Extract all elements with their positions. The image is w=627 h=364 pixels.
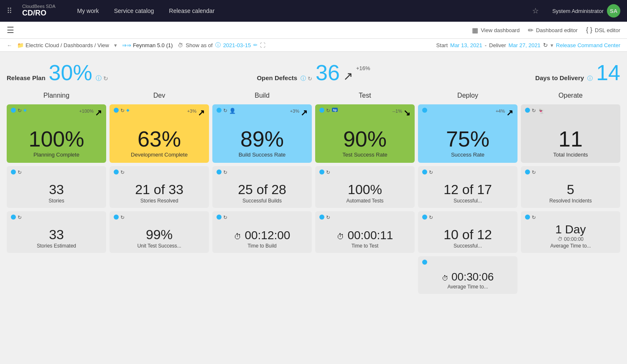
nav-service-catalog[interactable]: Service catalog (111, 8, 158, 14)
stat-cards-row2: ↻ 33 Stories ↻ 21 of 33 Stories Resolved… (7, 166, 620, 208)
stat-sub: ⏱ 00:00:00 (526, 236, 615, 242)
release-plan-icons: ⓘ ↻ (96, 75, 108, 82)
stat-operate-avg-time[interactable]: ↻ 1 Day ⏱ 00:00:00 Average Time to... (521, 211, 620, 253)
open-defects-value: 36 (316, 62, 340, 83)
dev-value: 63% (115, 128, 204, 150)
stat-planning-estimated[interactable]: ↻ 33 Stories Estimated (7, 211, 106, 253)
metric-card-build[interactable]: ↻ 👤 +3% 89% Build Success Rate (212, 104, 312, 163)
metric-card-dev[interactable]: ↻ ◆ +3% 63% Development Complete (110, 104, 209, 163)
card-icons: ↻ (217, 169, 227, 175)
info-dot-icon (217, 169, 222, 174)
deliver-date: Mar 27, 2021 (508, 42, 540, 48)
stat-value: 99% (115, 228, 204, 242)
folder-icon: 📁 (17, 42, 24, 48)
card-icons-test: ↻ hp (319, 108, 338, 114)
card-icons-build: ↻ 👤 (217, 108, 236, 114)
metric-card-planning[interactable]: ↻ ◆ +100% 100% Planning Complete (7, 104, 106, 163)
view-dashboard-button[interactable]: ▦ View dashboard (472, 26, 520, 34)
nav-my-work[interactable]: My work (74, 8, 102, 14)
dashboard-editor-button[interactable]: ✏ Dashboard editor (528, 26, 578, 34)
user-name: System Administrator (552, 8, 604, 14)
stat-planning-stories[interactable]: ↻ 33 Stories (7, 166, 106, 208)
edit-icon[interactable]: ✏ (253, 42, 257, 48)
refresh-icon[interactable]: ↻ (308, 76, 312, 82)
stat-build-time[interactable]: ↻ ⏱ 00:12:00 Time to Build (212, 211, 312, 253)
grid-icon[interactable]: ⠿ (7, 6, 12, 15)
refresh-icon: ↻ (326, 169, 330, 175)
refresh-icon: ↻ (120, 108, 125, 114)
stat-label: Successful Builds (217, 198, 307, 204)
hp-icon: hp (332, 108, 338, 112)
defects-icons: ⓘ ↻ (301, 75, 312, 82)
stat-content: 12 of 17 Successful... (423, 182, 512, 204)
info-dot-icon (525, 108, 530, 113)
card-icons: ↻ (422, 169, 433, 175)
dropdown-arrow[interactable]: ▾ (551, 42, 553, 48)
pipeline-selector[interactable]: ⇒⇒ Feynman 5.0 (1) (122, 42, 173, 48)
info-icon: ⓘ (587, 75, 593, 82)
refresh-icon: ↻ (18, 108, 22, 114)
dashboard-editor-label: Dashboard editor (536, 27, 578, 33)
hamburger-icon[interactable]: ☰ (7, 25, 14, 35)
diamond-icon: ◆ (126, 108, 130, 114)
deploy-content: 75% Success Rate (423, 128, 512, 158)
build-change: +3% (290, 109, 299, 114)
col-operate: Operate (521, 90, 620, 101)
planning-change: +100% (79, 109, 94, 114)
nav-release-calendar[interactable]: Release calendar (166, 8, 218, 14)
favorite-icon[interactable]: ☆ (532, 6, 539, 15)
refresh-icon[interactable]: ↻ (543, 42, 548, 48)
open-defects-label: Open Defects (257, 74, 297, 81)
stat-value: 5 (526, 182, 615, 197)
info-dot-icon (217, 108, 222, 113)
planning-value: 100% (12, 128, 101, 150)
stat-deploy-avg-time[interactable]: ⏱ 00:30:06 Average Time to... (418, 256, 517, 294)
dsl-icon: { } (586, 26, 592, 34)
stat-deploy-successful[interactable]: ↻ 12 of 17 Successful... (418, 166, 517, 208)
stat-test-time[interactable]: ↻ ⏱ 00:00:11 Time to Test (315, 211, 415, 253)
refresh-icon: ↻ (120, 169, 125, 175)
metric-card-operate[interactable]: ↻ 👻 11 Total Incidents (521, 104, 620, 163)
card-icons-dev: ↻ ◆ (114, 108, 130, 114)
stat-deploy-successful2[interactable]: ↻ 10 of 12 Successful... (418, 211, 517, 253)
stat-content: ⏱ 00:30:06 Average Time to... (423, 271, 512, 290)
stat-value: ⏱ 00:30:06 (423, 271, 512, 283)
refresh-icon: ↻ (223, 215, 227, 220)
build-value: 89% (217, 128, 307, 150)
back-icon[interactable]: ← (7, 42, 12, 48)
refresh-icon[interactable]: ↻ (103, 75, 108, 82)
show-as-date: 2021-03-15 (223, 42, 251, 48)
view-dashboard-label: View dashboard (481, 27, 520, 33)
dsl-editor-button[interactable]: { } DSL editor (586, 26, 620, 34)
deploy-arrow (506, 108, 513, 118)
refresh-icon: ↻ (429, 169, 433, 175)
stat-content: 10 of 12 Successful... (423, 228, 512, 249)
dash-separator: - (485, 42, 487, 48)
info-dot-icon (11, 169, 16, 174)
stat-dev-stories-resolved[interactable]: ↻ 21 of 33 Stories Resolved (110, 166, 209, 208)
expand-icon[interactable]: ⛶ (260, 42, 265, 48)
release-command-center-link[interactable]: Release Command Center (556, 42, 620, 48)
planning-arrow (95, 108, 102, 118)
stat-operate-resolved[interactable]: ↻ 5 Resolved Incidents (521, 166, 620, 208)
timer-value: 00:30:06 (451, 270, 494, 283)
metric-card-deploy[interactable]: +4% 75% Success Rate (418, 104, 517, 163)
operate-value: 11 (526, 128, 615, 150)
dev-content: 63% Development Complete (115, 128, 204, 158)
metric-card-test[interactable]: ↻ hp --1% 90% Test Success Rate (315, 104, 415, 163)
card-icons: ↻ (114, 169, 125, 175)
info-dot-icon (319, 169, 324, 174)
stat-label: Successful... (423, 198, 512, 204)
stat-test-automated[interactable]: ↻ 100% Automated Tests (315, 166, 415, 208)
dashboard-icon: ▦ (472, 26, 478, 34)
refresh-icon: ↻ (532, 108, 536, 114)
kpi-days-delivery: Days to Delivery ⓘ 14 (416, 62, 620, 83)
stat-dev-unit-test[interactable]: ↻ 99% Unit Test Success... (110, 211, 209, 253)
info-dot-icon (11, 108, 16, 113)
refresh-icon: ↻ (18, 215, 22, 220)
dropdown-icon[interactable]: ▾ (114, 42, 117, 48)
stat-build-successful[interactable]: ↻ 25 of 28 Successful Builds (212, 166, 312, 208)
build-label: Build Success Rate (217, 152, 307, 158)
stat-value: 1 Day (526, 223, 615, 236)
stat-label: Stories Resolved (115, 198, 204, 204)
